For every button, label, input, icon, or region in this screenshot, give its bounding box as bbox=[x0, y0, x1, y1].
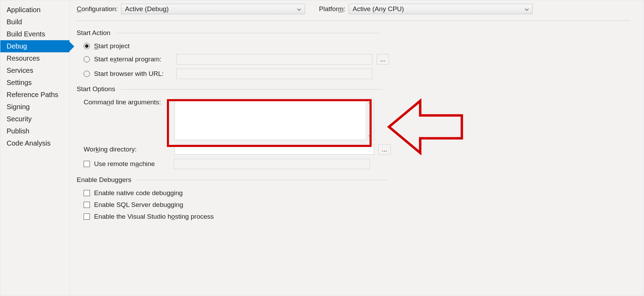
use-remote-machine-label: Use remote machine bbox=[94, 160, 170, 168]
sidebar-item-code-analysis[interactable]: Code Analysis bbox=[0, 137, 69, 149]
sidebar-item-label: Signing bbox=[7, 103, 30, 111]
enable-hosting-process-checkbox[interactable] bbox=[84, 214, 90, 220]
sidebar-item-label: Security bbox=[7, 115, 32, 123]
sidebar-item-resources[interactable]: Resources bbox=[0, 52, 69, 64]
sidebar-item-build-events[interactable]: Build Events bbox=[0, 28, 69, 40]
sidebar-item-label: Application bbox=[7, 6, 41, 14]
platform-label: Platform: bbox=[319, 5, 345, 13]
sidebar-item-signing[interactable]: Signing bbox=[0, 101, 69, 113]
start-external-program-label: Start external program: bbox=[94, 55, 172, 63]
section-title: Enable Debuggers bbox=[77, 176, 131, 184]
sidebar-item-label: Reference Paths bbox=[7, 91, 58, 98]
chevron-down-icon bbox=[521, 5, 529, 13]
enable-native-debugging-label: Enable native code debugging bbox=[94, 189, 183, 197]
command-line-arguments-input[interactable] bbox=[175, 98, 374, 140]
divider bbox=[116, 33, 380, 33]
sidebar-item-services[interactable]: Services bbox=[0, 64, 69, 77]
enable-sql-debugging-label: Enable SQL Server debugging bbox=[94, 201, 183, 209]
start-project-label: Start project bbox=[94, 42, 129, 50]
sidebar: Application Build Build Events Debug Res… bbox=[0, 0, 70, 296]
divider bbox=[137, 180, 387, 180]
section-title: Start Options bbox=[77, 85, 115, 93]
remote-machine-input[interactable] bbox=[174, 159, 370, 169]
browse-working-directory-button[interactable]: ... bbox=[378, 144, 391, 155]
sidebar-item-publish[interactable]: Publish bbox=[0, 125, 69, 137]
enable-hosting-process-label: Enable the Visual Studio hosting process bbox=[94, 213, 214, 220]
sidebar-item-application[interactable]: Application bbox=[0, 4, 69, 16]
sidebar-item-label: Services bbox=[7, 67, 33, 74]
section-title: Start Action bbox=[77, 29, 110, 37]
scrollbar[interactable] bbox=[366, 99, 373, 139]
sidebar-item-security[interactable]: Security bbox=[0, 113, 69, 125]
section-heading-start-options: Start Options bbox=[77, 85, 630, 93]
scroll-down-button[interactable] bbox=[366, 132, 373, 139]
sidebar-item-label: Build bbox=[7, 18, 22, 26]
divider bbox=[121, 89, 383, 89]
sidebar-item-debug[interactable]: Debug bbox=[0, 40, 69, 52]
sidebar-item-label: Settings bbox=[7, 79, 32, 86]
platform-dropdown[interactable]: Active (Any CPU) bbox=[349, 4, 533, 14]
sidebar-item-settings[interactable]: Settings bbox=[0, 77, 69, 89]
enable-sql-debugging-checkbox[interactable] bbox=[84, 202, 90, 208]
start-external-program-radio[interactable] bbox=[84, 56, 90, 62]
start-external-program-input[interactable] bbox=[176, 54, 372, 64]
command-line-arguments-label: Command line arguments: bbox=[84, 98, 170, 106]
start-browser-url-radio[interactable] bbox=[84, 71, 90, 77]
sidebar-item-reference-paths[interactable]: Reference Paths bbox=[0, 89, 69, 101]
main-panel: Configuration: Active (Debug) Platform: … bbox=[70, 0, 644, 296]
start-browser-url-label: Start browser with URL: bbox=[94, 70, 172, 78]
sidebar-item-label: Resources bbox=[7, 54, 40, 62]
use-remote-machine-checkbox[interactable] bbox=[84, 161, 90, 167]
sidebar-item-label: Publish bbox=[7, 127, 29, 135]
sidebar-item-build[interactable]: Build bbox=[0, 16, 69, 28]
working-directory-label: Working directory: bbox=[84, 146, 170, 153]
scroll-up-button[interactable] bbox=[366, 99, 373, 106]
enable-native-debugging-checkbox[interactable] bbox=[84, 190, 90, 196]
sidebar-item-label: Code Analysis bbox=[7, 139, 51, 147]
chevron-down-icon bbox=[294, 5, 301, 13]
configuration-value: Active (Debug) bbox=[125, 5, 169, 13]
browse-external-program-button[interactable]: ... bbox=[376, 54, 389, 64]
section-heading-enable-debuggers: Enable Debuggers bbox=[77, 176, 630, 184]
configuration-label: Configuration: bbox=[77, 5, 118, 13]
section-heading-start-action: Start Action bbox=[77, 29, 630, 37]
platform-value: Active (Any CPU) bbox=[353, 5, 404, 13]
working-directory-input[interactable] bbox=[175, 144, 374, 155]
sidebar-item-label: Debug bbox=[7, 42, 27, 50]
config-bar: Configuration: Active (Debug) Platform: … bbox=[77, 4, 630, 21]
sidebar-item-label: Build Events bbox=[7, 30, 45, 38]
start-project-radio[interactable] bbox=[84, 43, 90, 49]
start-browser-url-input[interactable] bbox=[176, 69, 372, 79]
configuration-dropdown[interactable]: Active (Debug) bbox=[121, 4, 305, 14]
